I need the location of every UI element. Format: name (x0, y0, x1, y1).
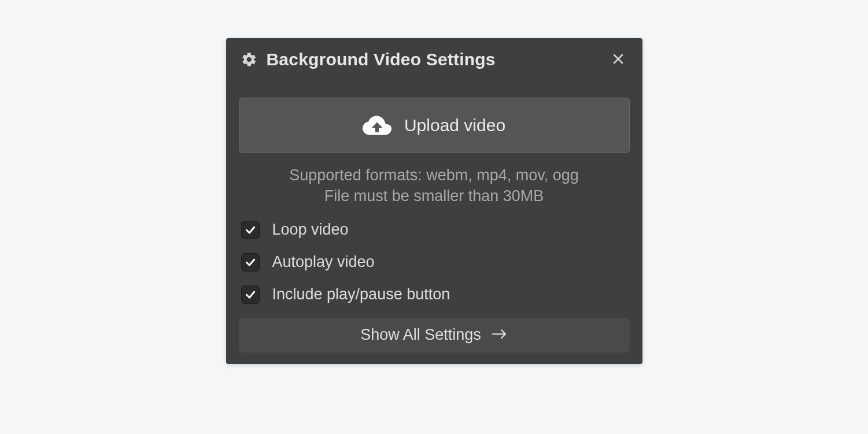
check-icon (245, 224, 256, 236)
options-list: Loop video Autoplay video Include play/p… (239, 221, 630, 304)
upload-video-button[interactable]: Upload video (239, 98, 630, 153)
checkbox-autoplay-video[interactable] (241, 253, 260, 272)
checkbox-loop-video[interactable] (241, 221, 260, 239)
panel-body: Upload video Supported formats: webm, mp… (226, 80, 642, 364)
option-autoplay-video: Autoplay video (241, 253, 630, 272)
option-label: Loop video (272, 221, 349, 239)
upload-hint: Supported formats: webm, mp4, mov, ogg F… (239, 165, 630, 207)
hint-formats: Supported formats: webm, mp4, mov, ogg (239, 165, 630, 186)
option-loop-video: Loop video (241, 221, 630, 239)
check-icon (245, 257, 256, 268)
close-icon (611, 52, 625, 68)
option-label: Autoplay video (272, 253, 375, 271)
option-play-pause-button: Include play/pause button (241, 285, 630, 304)
arrow-right-icon (492, 326, 508, 344)
cloud-upload-icon (363, 115, 391, 136)
panel-title: Background Video Settings (267, 50, 609, 69)
close-button[interactable] (609, 50, 627, 69)
upload-video-label: Upload video (404, 116, 505, 135)
background-video-settings-panel: Background Video Settings Upload video S… (226, 38, 642, 364)
show-all-label: Show All Settings (360, 326, 481, 344)
option-label: Include play/pause button (272, 285, 450, 303)
hint-size: File must be smaller than 30MB (239, 186, 630, 206)
check-icon (245, 289, 256, 301)
panel-header: Background Video Settings (226, 38, 642, 80)
gear-icon (241, 51, 257, 68)
show-all-settings-button[interactable]: Show All Settings (239, 318, 630, 353)
checkbox-play-pause-button[interactable] (241, 285, 260, 304)
